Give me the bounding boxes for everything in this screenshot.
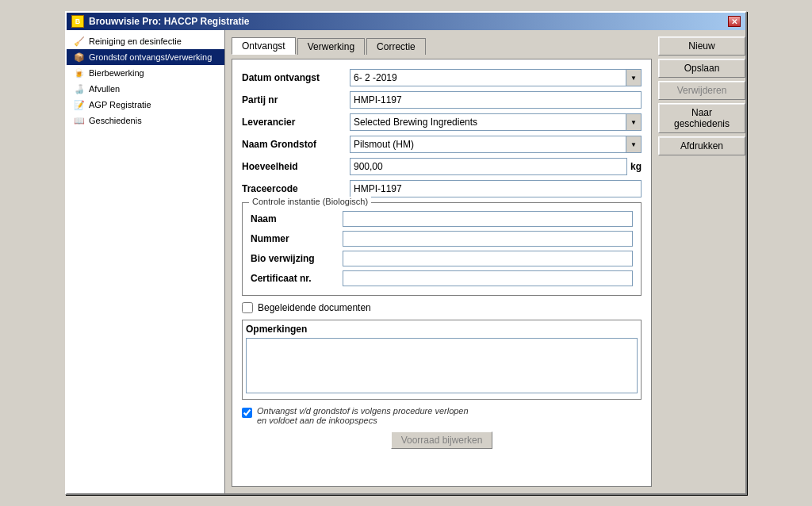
form-panel: Datum ontvangst ▼ Partij nr Leverancier [232,59,652,487]
leverancier-label: Leverancier [242,117,345,128]
afdrukken-button[interactable]: Afdrukken [658,136,745,155]
procedure-checkbox[interactable] [242,408,252,418]
naamgrondstof-dropdown-wrapper: ▼ [350,136,642,153]
pencil-icon: 📝 [73,98,86,111]
datum-row: Datum ontvangst ▼ [242,69,642,86]
opslaan-button[interactable]: Opslaan [658,59,745,78]
partijnr-label: Partij nr [242,94,345,105]
certificaat-label: Certificaat nr. [251,273,338,284]
sidebar-item-agp[interactable]: 📝 AGP Registratie [67,97,224,113]
tab-verwerking[interactable]: Verwerking [297,38,365,55]
hoeveelheid-input[interactable] [350,158,627,175]
title-bar: B Brouwvisie Pro: HACCP Registratie ✕ [67,13,745,30]
begeleidende-label: Begeleidende documenten [258,302,371,313]
box-icon: 📦 [73,51,86,63]
flask-icon: 🍶 [73,82,86,95]
begeleidende-row: Begeleidende documenten [242,302,642,313]
bio-label: Bio verwijzing [251,253,338,264]
verwijderen-button[interactable]: Verwijderen [658,81,745,100]
naam-input[interactable] [343,211,633,227]
voorraad-button[interactable]: Voorraad bijwerken [391,431,493,449]
datum-dropdown-btn[interactable]: ▼ [626,69,642,86]
bio-row: Bio verwijzing [251,251,633,266]
hoeveelheid-row: Hoeveelheid kg [242,158,642,175]
sidebar-label-agp: AGP Registratie [89,100,151,109]
nummer-label: Nummer [251,233,338,244]
partijnr-input[interactable] [350,91,642,109]
nieuw-button[interactable]: Nieuw [658,36,745,56]
certificaat-input[interactable] [343,270,633,286]
procedure-label: Ontvangst v/d grondstof is volgens proce… [257,406,469,425]
beer-icon: 🍺 [73,67,86,79]
sidebar-label-bierbewerking: Bierbewerking [89,68,144,78]
traceercode-input[interactable] [350,180,642,197]
opmerkingen-title: Opmerkingen [246,324,638,335]
sidebar-item-grondstof[interactable]: 📦 Grondstof ontvangst/verwerking [67,49,224,65]
begeleidende-checkbox[interactable] [242,302,253,313]
opmerkingen-textarea[interactable] [246,338,638,393]
opmerkingen-box: Opmerkingen [242,320,642,400]
bio-input[interactable] [343,251,633,266]
sidebar-label-afvullen: Afvullen [89,84,120,94]
datum-input[interactable] [350,69,642,86]
main-window: B Brouwvisie Pro: HACCP Registratie ✕ 🧹 … [65,11,747,495]
right-buttons: Nieuw Opslaan Verwijderen Naar geschiede… [658,30,745,493]
bottom-section: Ontvangst v/d grondstof is volgens proce… [242,406,642,449]
sidebar-label-grondstof: Grondstof ontvangst/verwerking [89,52,212,62]
partijnr-row: Partij nr [242,91,642,109]
procedure-row: Ontvangst v/d grondstof is volgens proce… [242,406,642,425]
sidebar-item-reiniging[interactable]: 🧹 Reiniging en desinfectie [67,33,224,49]
hoeveelheid-label: Hoeveelheid [242,161,345,172]
naamgrondstof-label: Naam Grondstof [242,139,345,150]
main-area: Ontvangst Verwerking Correctie Datum ont… [225,30,658,493]
window-title: Brouwvisie Pro: HACCP Registratie [89,16,250,27]
datum-label: Datum ontvangst [242,72,345,83]
hoeveelheid-wrapper: kg [350,158,642,175]
datum-dropdown-wrapper: ▼ [350,69,642,86]
hoeveelheid-unit: kg [630,161,642,172]
app-icon: B [71,15,84,28]
naamgrondstof-dropdown-btn[interactable]: ▼ [626,136,642,153]
broom-icon: 🧹 [73,35,86,48]
window-content: 🧹 Reiniging en desinfectie 📦 Grondstof o… [67,30,745,493]
nummer-input[interactable] [343,231,633,247]
traceercode-label: Traceercode [242,183,345,194]
tab-ontvangst[interactable]: Ontvangst [232,37,296,55]
naamgrondstof-input[interactable] [350,136,642,153]
tab-correctie[interactable]: Correctie [366,38,426,55]
certificaat-row: Certificaat nr. [251,270,633,286]
leverancier-dropdown-btn[interactable]: ▼ [626,113,642,131]
controle-group-label: Controle instantie (Biologisch) [249,197,371,206]
naamgrondstof-row: Naam Grondstof ▼ [242,136,642,153]
leverancier-row: Leverancier ▼ [242,113,642,131]
sidebar-label-geschiedenis: Geschiedenis [89,116,142,125]
nummer-row: Nummer [251,231,633,247]
tab-bar: Ontvangst Verwerking Correctie [232,36,652,54]
naam-label: Naam [251,213,338,224]
sidebar: 🧹 Reiniging en desinfectie 📦 Grondstof o… [67,30,225,493]
sidebar-item-bierbewerking[interactable]: 🍺 Bierbewerking [67,65,224,81]
clock-icon: 📖 [73,114,86,127]
leverancier-dropdown-wrapper: ▼ [350,113,642,131]
naam-row: Naam [251,211,633,227]
leverancier-input[interactable] [350,113,642,131]
sidebar-item-geschiedenis[interactable]: 📖 Geschiedenis [67,113,224,128]
sidebar-item-afvullen[interactable]: 🍶 Afvullen [67,81,224,97]
naar-geschiedenis-button[interactable]: Naar geschiedenis [658,103,745,133]
controle-group: Controle instantie (Biologisch) Naam Num… [242,202,642,296]
traceercode-row: Traceercode [242,180,642,197]
close-button[interactable]: ✕ [728,16,741,27]
sidebar-label-reiniging: Reiniging en desinfectie [89,36,182,46]
